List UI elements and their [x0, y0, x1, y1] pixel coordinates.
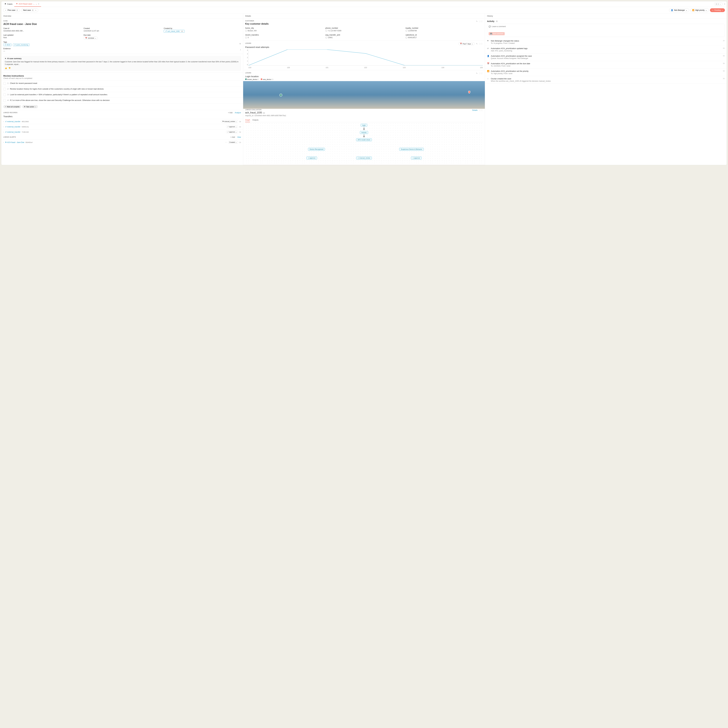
- drag-handle-icon[interactable]: ⋮⋮: [479, 72, 483, 74]
- field-value: 123456789: [405, 30, 483, 32]
- login-location-map[interactable]: 4: [243, 81, 485, 109]
- customer-field: phone_number +1-123-867-5309: [326, 27, 403, 32]
- decision-pill[interactable]: ⚑ manual_review ⌄: [221, 120, 238, 123]
- clock-icon: ◔: [24, 106, 25, 108]
- edit-icon[interactable]: ✎: [476, 20, 477, 23]
- button-label: Add: [232, 136, 235, 138]
- chevron-right-icon[interactable]: ›: [3, 141, 4, 144]
- record-row[interactable]: › 🏷 external_transfer 713612d5 ✓ approve…: [1, 129, 243, 135]
- alert-name[interactable]: ⚑ ACH fraud - Jane Doe: [5, 141, 24, 144]
- tab-active-case[interactable]: ⚑ ACH fraud case -... ⌄ ×: [14, 1, 41, 7]
- activity-icon: 👤: [487, 55, 489, 60]
- thumbs-down-icon[interactable]: 👎: [8, 67, 11, 69]
- map-marker-known[interactable]: 4: [280, 93, 282, 96]
- tag-ach[interactable]: 🏷ACH: [3, 44, 12, 46]
- activity-subtitle: To: In progress, From: Created: [491, 42, 722, 44]
- graph-node-manual-review[interactable]: ◇ manual_review: [356, 156, 372, 159]
- status-selector[interactable]: ▭ Pending ⌄: [710, 8, 725, 12]
- tag-point-monitoring[interactable]: 🏷point_monitoring: [13, 44, 29, 46]
- chevron-down-icon: ⌄: [472, 43, 473, 45]
- add-record-button[interactable]: + Add: [228, 112, 232, 114]
- thumbs-up-icon[interactable]: 👍: [5, 67, 7, 69]
- drag-handle-icon[interactable]: ⋮⋮: [479, 43, 483, 45]
- section-label: CASE: [3, 20, 241, 22]
- field-value: +1-123-867-5309: [326, 30, 403, 32]
- date-range-selector[interactable]: 📅Past 7 days⌄: [458, 42, 475, 45]
- save-comment-button[interactable]: 💾 Save comment: [489, 32, 505, 35]
- next-case-button[interactable]: Next case K →: [21, 8, 38, 12]
- chevron-down-icon[interactable]: ⌄: [35, 3, 37, 5]
- activity-title-text: Oscilar created the case: [491, 78, 722, 80]
- drag-handle-icon[interactable]: ⋮⋮: [479, 20, 483, 23]
- add-tag-icon[interactable]: ⊕: [239, 43, 241, 45]
- created-by-link[interactable]: ⎇ ach_check_1035 v1: [164, 30, 185, 33]
- case-panel: CASE ACH fraud case - Jane Doe Case id 3…: [1, 18, 243, 54]
- chevron-down-icon: ⌄: [686, 9, 687, 11]
- chevron-right-icon[interactable]: ›: [3, 131, 4, 133]
- map-marker-new[interactable]: [468, 91, 470, 93]
- edit-icon[interactable]: ✎: [476, 72, 477, 74]
- graph-node-approve-1[interactable]: ◇ approve: [306, 156, 317, 159]
- close-panel-icon[interactable]: ×: [724, 3, 725, 5]
- graph-node-login[interactable]: login: [361, 124, 367, 127]
- record-row[interactable]: › 🏷 external_transfer 465138d5 ⚑ manual_…: [1, 119, 243, 124]
- details-link[interactable]: Details: [472, 109, 477, 111]
- assignee-selector[interactable]: 👤 Nick Belanger ⌄: [669, 8, 689, 12]
- due-date-selector[interactable]: 📅 2/2/2024 ⌄: [84, 37, 98, 40]
- tab-outputs[interactable]: Outputs: [252, 118, 258, 122]
- field-key: avg_transfer_amt: [326, 34, 403, 36]
- graph-node-approve-2[interactable]: ◇ approve: [411, 156, 422, 159]
- star-icon[interactable]: ☆: [225, 141, 227, 144]
- mark-all-complete-button[interactable]: ✓Mark all complete: [3, 105, 21, 108]
- step-text: Look for external point transfers > 50% …: [10, 93, 107, 96]
- add-alert-button[interactable]: + Add: [231, 136, 235, 138]
- graph-node-ato-check[interactable]: ATO model check: [356, 138, 372, 141]
- activity-icon: ⚑: [487, 40, 489, 44]
- tab-graph[interactable]: Graph: [245, 118, 250, 122]
- view-alerts-button[interactable]: View: [237, 136, 241, 138]
- chart-title: Password reset attempts: [245, 46, 483, 48]
- legend-swatch: [245, 78, 247, 80]
- record-name[interactable]: 🏷 external_transfer: [5, 131, 20, 133]
- chevron-right-icon[interactable]: ›: [3, 126, 4, 128]
- customer-panel: CUSTOMER ✎ ⋮⋮ Key customer details home_…: [243, 18, 485, 40]
- edit-icon[interactable]: ✎: [476, 43, 477, 45]
- graph-node-suspicious[interactable]: Suspicious Device & Behavior: [399, 148, 424, 151]
- alert-row[interactable]: › ⚑ ACH fraud - Jane Doe 956465s4 ☆ Crea…: [1, 140, 243, 145]
- layout-selector[interactable]: ▯▯ 2 ⌄: [714, 3, 723, 6]
- decision-pill[interactable]: ✓ approve ⌄: [226, 125, 238, 128]
- step-checkbox[interactable]: [3, 99, 6, 102]
- take-action-button[interactable]: ◔Take action⌄: [22, 105, 38, 108]
- linked-records-header: LINKED RECORDS + Add Analyze: [1, 110, 243, 115]
- comment-input[interactable]: [492, 26, 723, 31]
- button-label: Mark all complete: [7, 106, 20, 108]
- decision-pill[interactable]: ✓ approve ⌄: [226, 131, 238, 133]
- analyze-button[interactable]: Analyze: [235, 112, 241, 114]
- record-name[interactable]: 🏷 external_transfer: [5, 126, 20, 128]
- close-icon[interactable]: ×: [38, 3, 39, 5]
- upload-icon[interactable]: ⤴: [240, 49, 241, 51]
- tab-cases[interactable]: ⚑ Cases: [3, 1, 14, 7]
- drag-handle-icon[interactable]: ⋮⋮: [479, 109, 483, 111]
- graph-node-device-recognized[interactable]: Device Recognized: [308, 148, 325, 151]
- details-column: Details CUSTOMER ✎ ⋮⋮ Key customer detai…: [243, 14, 485, 165]
- graph-node-activity[interactable]: Activity: [360, 131, 368, 134]
- chevron-right-icon[interactable]: ›: [3, 121, 4, 122]
- field-value: Boston, MA: [245, 30, 323, 32]
- record-id: 465138d5: [21, 121, 29, 122]
- step-checkbox[interactable]: [3, 82, 6, 85]
- linked-records-title: Transfers: [1, 115, 243, 119]
- case-title: ACH fraud case - Jane Doe: [3, 23, 241, 26]
- legend-swatch: [261, 78, 262, 80]
- evaluation-graph[interactable]: login Activity ATO model check Device Re…: [245, 122, 483, 163]
- step-checkbox[interactable]: [3, 93, 6, 96]
- step-checkbox[interactable]: [3, 88, 6, 90]
- record-row[interactable]: › 🏷 external_transfer 5985614a ✓ approve…: [1, 124, 243, 129]
- status-pill[interactable]: Created ⌄: [228, 141, 238, 144]
- priority-selector[interactable]: 📶 High priority ⌄: [690, 8, 709, 12]
- prev-case-button[interactable]: ← Prev case J: [3, 8, 20, 12]
- ai-summary-body: Customer Jane Doe was flagged for manual…: [5, 60, 240, 66]
- customer-fields-grid: home_city Boston, MA phone_number +1-123…: [245, 27, 483, 38]
- chevron-down-icon: ⌄: [722, 9, 723, 11]
- record-name[interactable]: 🏷 external_transfer: [5, 121, 20, 122]
